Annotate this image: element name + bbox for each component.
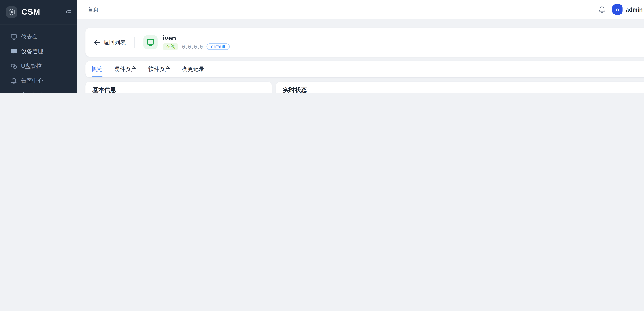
app-root: CSM 仪表盘设备管理U盘管控告警中心安全插件系统设置 v0.1.0 首页 A …: [0, 0, 644, 93]
user-name[interactable]: admin: [626, 6, 643, 13]
device-ip: 0.0.0.0: [182, 44, 203, 50]
sidebar-item-usb[interactable]: U盘管控: [0, 60, 77, 73]
device-meta: iven 在线 0.0.0.0 default: [163, 35, 230, 50]
device-name: iven: [163, 35, 230, 42]
right-column: 实时状态 CPU28%内存57%47.9 GB磁盘0%-进程584 Top 进程…: [276, 82, 644, 93]
basic-info-title: 基本信息: [86, 82, 272, 93]
sidebar-logo-row: CSM: [0, 0, 77, 25]
back-to-list-label: 返回列表: [104, 39, 126, 46]
main-area: 首页 A admin 返回列表: [77, 0, 644, 93]
left-column: 基本信息 设备UID9a8499b1-5eed-47d3-a582-ccdb11…: [86, 82, 272, 93]
sidebar-item-label: 仪表盘: [21, 33, 68, 41]
back-to-list-button[interactable]: 返回列表: [94, 39, 126, 46]
collapse-sidebar-icon[interactable]: [66, 10, 71, 15]
device-monitor-icon: [143, 35, 158, 49]
realtime-status-title: 实时状态: [276, 82, 644, 93]
sidebar-item-label: 安全插件: [21, 92, 64, 93]
link-icon: [10, 63, 17, 70]
page-content: 返回列表 iven 在线 0.0.0.0 default: [77, 19, 644, 93]
tab-changes[interactable]: 变更记录: [182, 61, 204, 77]
arrow-left-icon: [94, 40, 100, 45]
detail-tabs: 概览硬件资产软件资产变更记录: [86, 61, 644, 77]
topbar: 首页 A admin: [77, 0, 644, 19]
sidebar-item-label: 告警中心: [21, 77, 68, 85]
grid-icon: [10, 92, 17, 93]
sidebar-nav: 仪表盘设备管理U盘管控告警中心安全插件系统设置: [0, 25, 77, 93]
sidebar-item-label: 设备管理: [21, 48, 68, 56]
sidebar-item-dashboard[interactable]: 仪表盘: [0, 31, 77, 44]
device-badges: 在线 0.0.0.0 default: [163, 44, 230, 50]
bell-icon: [10, 77, 17, 84]
cards-grid: 基本信息 设备UID9a8499b1-5eed-47d3-a582-ccdb11…: [86, 82, 644, 93]
monitor-filled-icon: [10, 48, 17, 55]
sidebar-item-plugins[interactable]: 安全插件: [0, 89, 77, 93]
notifications-bell-icon[interactable]: [598, 6, 605, 13]
sidebar-item-devices[interactable]: 设备管理: [0, 45, 77, 58]
group-badge: default: [207, 44, 230, 50]
avatar[interactable]: A: [612, 4, 622, 15]
tab-hardware[interactable]: 硬件资产: [114, 61, 136, 77]
tab-software[interactable]: 软件资产: [148, 61, 170, 77]
status-badge: 在线: [163, 44, 178, 50]
basic-info-card: 基本信息 设备UID9a8499b1-5eed-47d3-a582-ccdb11…: [86, 82, 272, 93]
device-header-card: 返回列表 iven 在线 0.0.0.0 default: [86, 28, 644, 57]
vertical-divider: [134, 37, 135, 48]
tab-overview[interactable]: 概览: [92, 61, 103, 77]
breadcrumb[interactable]: 首页: [88, 6, 598, 13]
sidebar-item-label: U盘管控: [21, 62, 68, 70]
brand-name: CSM: [22, 7, 66, 17]
sidebar: CSM 仪表盘设备管理U盘管控告警中心安全插件系统设置 v0.1.0: [0, 0, 77, 93]
sidebar-item-alerts[interactable]: 告警中心: [0, 74, 77, 87]
realtime-status-card: 实时状态 CPU28%内存57%47.9 GB磁盘0%-进程584: [276, 82, 644, 93]
brand-logo-icon: [6, 7, 17, 18]
monitor-icon: [10, 34, 17, 40]
